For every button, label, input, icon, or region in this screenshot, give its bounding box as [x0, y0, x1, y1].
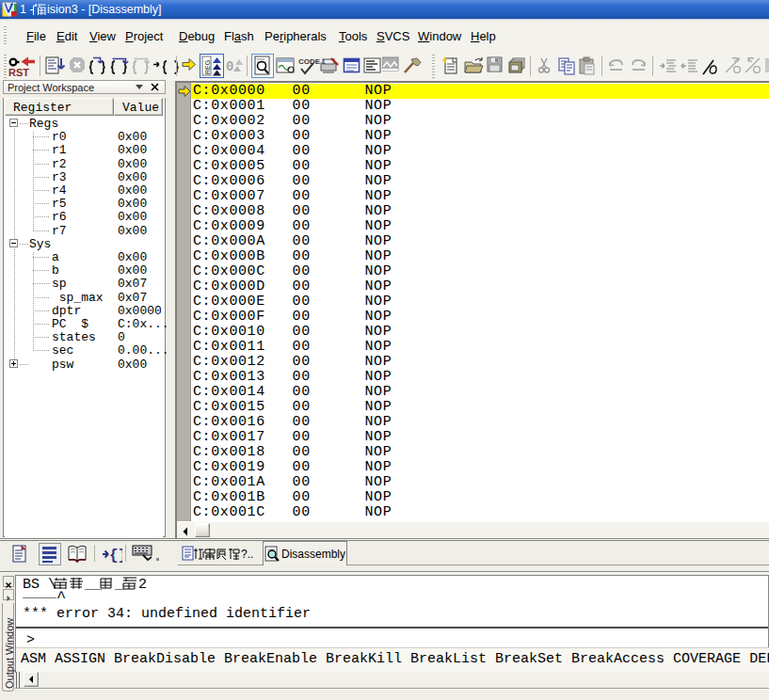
svg-text:1: 1: [322, 58, 326, 65]
svg-text:CODE: CODE: [298, 57, 320, 66]
svg-text:0: 0: [226, 59, 233, 74]
svg-text:RST: RST: [8, 67, 29, 78]
svg-text:{}: {}: [109, 548, 122, 565]
svg-text:REG: REG: [204, 60, 211, 74]
